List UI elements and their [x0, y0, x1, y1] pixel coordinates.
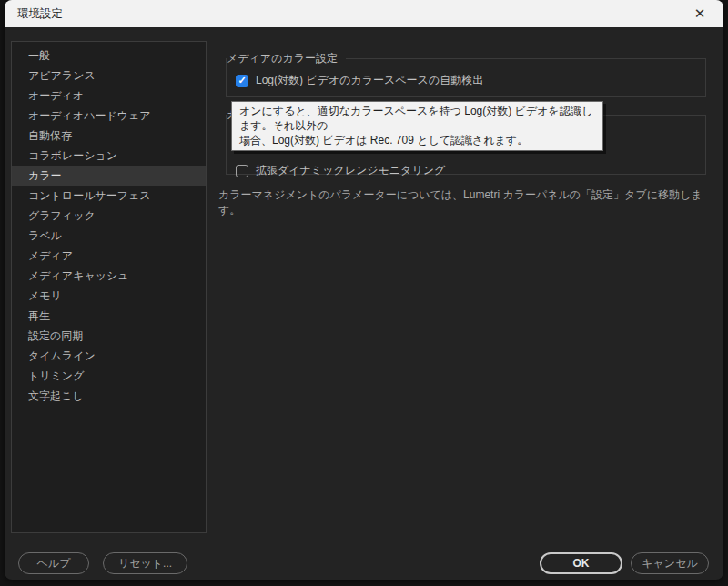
sidebar-item-7[interactable]: コントロールサーフェス	[12, 186, 206, 206]
media-color-settings-legend: メディアのカラー設定	[227, 51, 346, 66]
sidebar-item-0[interactable]: 一般	[12, 45, 206, 66]
sidebar-item-2[interactable]: オーディオ	[12, 86, 206, 106]
sidebar-item-8[interactable]: グラフィック	[12, 206, 206, 226]
checkbox-label: 拡張ダイナミックレンジモニタリング	[256, 163, 445, 178]
checkbox-icon[interactable]	[236, 165, 248, 177]
checkmark-icon: ✓	[238, 76, 246, 86]
sidebar-item-17[interactable]: 文字起こし	[12, 386, 206, 406]
sidebar-item-9[interactable]: ラベル	[12, 226, 206, 246]
sidebar-item-4[interactable]: 自動保存	[12, 126, 206, 146]
media-color-settings-group: メディアのカラー設定 ✓ Log(対数) ビデオのカラースペースの自動検出	[226, 51, 706, 97]
tooltip-line-1: オンにすると、適切なカラースペースを持つ Log(対数) ビデオを認識します。そ…	[239, 104, 595, 133]
checkbox-icon[interactable]: ✓	[236, 75, 248, 87]
checkbox-label: Log(対数) ビデオのカラースペースの自動検出	[256, 73, 483, 88]
preferences-dialog: 環境設定 ✕ 一般アピアランスオーディオオーディオハードウェア自動保存コラボレー…	[5, 0, 723, 580]
tooltip-line-2: 場合、Log(対数) ビデオは Rec. 709 として認識されます。	[239, 133, 595, 147]
titlebar: 環境設定 ✕	[5, 0, 723, 27]
sidebar-item-16[interactable]: トリミング	[12, 366, 206, 386]
preferences-category-list: 一般アピアランスオーディオオーディオハードウェア自動保存コラボレーションカラーコ…	[11, 41, 207, 533]
sidebar-item-14[interactable]: 設定の同期	[12, 326, 206, 346]
log-autodetect-checkbox-row[interactable]: ✓ Log(対数) ビデオのカラースペースの自動検出	[236, 73, 705, 88]
sidebar-item-3[interactable]: オーディオハードウェア	[12, 106, 206, 126]
sidebar-item-13[interactable]: 再生	[12, 306, 206, 326]
sidebar-item-15[interactable]: タイムライン	[12, 346, 206, 366]
dialog-title: 環境設定	[5, 6, 63, 22]
sidebar-item-1[interactable]: アピアランス	[12, 66, 206, 86]
help-button[interactable]: ヘルプ	[18, 552, 89, 574]
log-autodetect-tooltip: オンにすると、適切なカラースペースを持つ Log(対数) ビデオを認識します。そ…	[231, 101, 603, 151]
sidebar-item-5[interactable]: コラボレーション	[12, 146, 206, 166]
close-icon[interactable]: ✕	[682, 0, 718, 27]
lumetri-note: カラーマネジメントのパラメーターについては、Lumetri カラーパネルの「設定…	[218, 187, 723, 218]
sidebar-item-12[interactable]: メモリ	[12, 286, 206, 306]
reset-button[interactable]: リセット...	[103, 552, 187, 574]
cancel-button[interactable]: キャンセル	[631, 552, 709, 574]
ok-button[interactable]: OK	[540, 552, 622, 574]
sidebar-item-6[interactable]: カラー	[12, 166, 206, 186]
edr-monitoring-checkbox-row[interactable]: 拡張ダイナミックレンジモニタリング	[236, 163, 705, 178]
sidebar-item-11[interactable]: メディアキャッシュ	[12, 266, 206, 286]
sidebar-item-10[interactable]: メディア	[12, 246, 206, 266]
